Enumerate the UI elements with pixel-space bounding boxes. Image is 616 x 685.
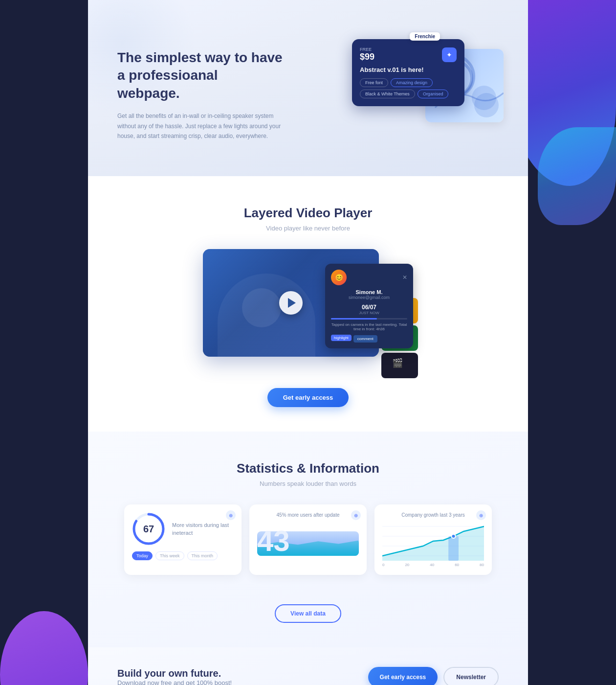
cta-primary-button[interactable]: Get early access (368, 667, 438, 685)
hero-text: The simplest way to have a professioanal… (117, 39, 284, 141)
stats-subtitle: Numbers speak louder than words (117, 480, 499, 487)
card-icon: ✦ (442, 47, 457, 62)
voc-comment-btn[interactable]: comment (353, 335, 377, 342)
stat-tabs: Today This week This month (132, 551, 234, 560)
voc-date-label: JUST NOW (331, 311, 407, 315)
card-title: Abstract v.01 is here! (360, 66, 457, 73)
tag-free-font: Free font (360, 78, 388, 87)
voc-email: simonee@gmail.com (331, 295, 407, 300)
cta-text: Build your own future. Download now free… (117, 668, 232, 685)
video-section-title: Layered Video Player (117, 206, 499, 221)
stats-grid: ⊕ 67 More visitors during last ineteract (117, 504, 499, 575)
video-section-subtitle: Video player like never before (117, 225, 499, 232)
cta-section: Build your own future. Download now free… (88, 647, 528, 685)
card-price-label: FREE (360, 47, 374, 52)
voc-close[interactable]: ✕ (402, 274, 407, 281)
thumb-3[interactable] (381, 353, 418, 378)
tag-amazing-design: Amazing design (391, 78, 433, 87)
video-overlay-card: 😊 ✕ Simone M. simonee@gmail.com 06/07 JU… (325, 264, 413, 348)
stat-card-users: ⊕ 45% more users after update 43 (249, 504, 367, 575)
stats-title: Statistics & Information (117, 461, 499, 476)
cta-title: Build your own future. (117, 668, 232, 679)
circle-number: 67 (143, 524, 154, 535)
stats-section: Statistics & Information Numbers speak l… (88, 432, 528, 647)
voc-date: 06/07 (331, 304, 407, 311)
play-button[interactable] (279, 291, 303, 315)
hero-card-main: Frenchie FREE $99 ✦ Abstract v.01 is her… (352, 39, 464, 106)
hero-section: The simplest way to have a professioanal… (88, 0, 528, 176)
stat-tab-week[interactable]: This week (155, 551, 184, 560)
view-all-button[interactable]: View all data (275, 604, 341, 623)
early-access-button[interactable]: Get early access (267, 388, 349, 407)
card-tags: Free font Amazing design Black & White T… (360, 78, 457, 98)
stat-tab-month[interactable]: This month (187, 551, 218, 560)
circle-container: 67 (132, 512, 165, 546)
svg-rect-8 (448, 536, 459, 561)
stat-card-label-3: Company growth last 3 years (382, 512, 484, 518)
cta-secondary-button[interactable]: Newsletter (443, 667, 499, 685)
stat-card-label-2: 45% more users after update (257, 512, 359, 518)
tag-organised: Organised (418, 90, 449, 98)
stat-card-icon-1: ⊕ (226, 510, 236, 520)
stat-text-1: More visitors during last ineteract (172, 521, 234, 537)
big-number: 43 (257, 526, 290, 556)
cta-subtitle: Download now free and get 100% boost! (117, 679, 232, 685)
stat-card-icon-2: ⊕ (351, 510, 361, 520)
tag-bw-themes: Black & White Themes (360, 90, 415, 98)
video-section: Layered Video Player Video player like n… (88, 176, 528, 432)
voc-name: Simone M. (331, 289, 407, 295)
cta-buttons: Get early access Newsletter (368, 667, 499, 685)
stat-tab-today[interactable]: Today (132, 551, 153, 560)
voc-avatar: 😊 (331, 270, 347, 285)
stat-card-growth: ⊕ Company growth last 3 years (374, 504, 492, 575)
stat-card-visitors: ⊕ 67 More visitors during last ineteract (124, 504, 242, 575)
svg-point-9 (451, 534, 455, 538)
hero-cards: Frenchie FREE $99 ✦ Abstract v.01 is her… (352, 39, 499, 147)
stat-card-icon-3: ⊕ (476, 510, 486, 520)
card-price: $99 (360, 52, 374, 62)
big-number-overlay: 43 (257, 522, 359, 556)
circular-stat: 67 More visitors during last ineteract (132, 512, 234, 546)
hero-title: The simplest way to have a professioanal… (117, 49, 284, 102)
video-container: 😊 ✕ Simone M. simonee@gmail.com 06/07 JU… (203, 249, 413, 357)
card-freechie-label: Frenchie (410, 32, 440, 41)
line-chart (382, 522, 484, 561)
voc-highlight: highlight (331, 335, 352, 341)
hero-description: Get all the benefits of an in-wall or in… (117, 111, 284, 141)
